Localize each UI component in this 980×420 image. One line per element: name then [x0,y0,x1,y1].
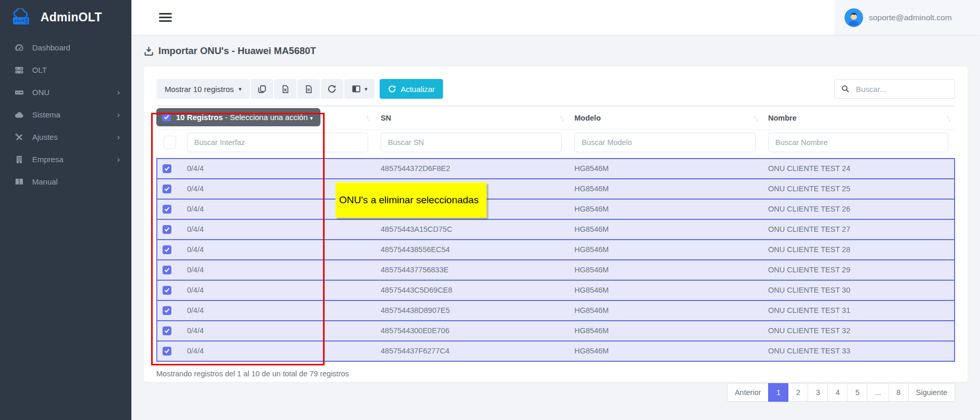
pagination-next[interactable]: Siguiente [908,383,955,402]
cell-sn: 48575443A15CD75C [374,219,568,240]
page-length-dropdown[interactable]: Mostrar 10 registros ▾ [156,79,250,99]
pagination-page-1[interactable]: 1 [768,383,788,402]
caret-down-icon: ▾ [310,115,313,121]
cell-modelo: HG8546M [568,179,762,199]
row-checkbox[interactable] [163,286,171,295]
row-checkbox[interactable] [163,326,171,335]
table-row[interactable]: 0/4/4 HG8546M ONU CLIENTE TEST 26 [157,199,955,219]
table-row[interactable]: 0/4/4 4857544372D6F8E2 HG8546M ONU CLIEN… [157,159,955,179]
table-row[interactable]: 0/4/4 HG8546M ONU CLIENTE TEST 25 [157,179,955,199]
filter-nombre-input[interactable] [768,133,948,152]
row-checkbox[interactable] [163,205,171,214]
cell-sn: 485754437F6277C4 [374,341,568,361]
select-all-checkbox[interactable] [162,113,171,122]
table-row[interactable]: 0/4/4 485754437756833E HG8546M ONU CLIEN… [157,260,955,280]
filter-sn-input[interactable] [381,133,562,152]
sidebar-item-empresa[interactable]: Empresa › [0,148,131,170]
reload-table-button[interactable] [321,79,343,99]
pagination-page-8[interactable]: 8 [889,383,909,402]
sort-icon[interactable]: ↑↓ [366,115,371,121]
cell-modelo: HG8546M [568,321,762,341]
pagination-page-3[interactable]: 3 [808,383,828,402]
chevron-right-icon: › [117,133,120,141]
table-body: 0/4/4 4857544372D6F8E2 HG8546M ONU CLIEN… [157,159,955,361]
menu-toggle-button[interactable] [159,11,172,24]
filter-modelo-input[interactable] [574,133,756,152]
sidebar-item-label: Manual [32,177,58,186]
sort-icon[interactable]: ↑↓ [560,115,565,121]
sidebar-item-olt[interactable]: OLT [0,59,131,81]
selected-count: 10 Registros [176,113,223,122]
filter-interfaz-input[interactable] [187,133,368,152]
excel-file-icon [281,85,289,94]
caret-down-icon: ▾ [238,86,241,92]
cell-nombre: ONU CLIENTE TEST 26 [762,199,955,219]
device-icon [14,87,24,98]
sort-icon[interactable]: ↑↓ [946,115,951,121]
row-checkbox[interactable] [163,266,171,274]
export-file-button[interactable] [298,79,320,99]
table-row[interactable]: 0/4/4 48575443C5D69CE8 HG8546M ONU CLIEN… [157,280,955,300]
cell-modelo: HG8546M [568,260,762,280]
cell-nombre: ONU CLIENTE TEST 25 [762,179,955,199]
header-modelo[interactable]: Modelo↑↓ [568,106,762,129]
row-checkbox[interactable] [163,225,171,234]
sidebar-item-manual[interactable]: Manual [0,170,131,193]
cell-interfaz: 0/4/4 [181,341,374,361]
cell-modelo: HG8546M [568,341,762,361]
table-row[interactable]: 0/4/4 485754438D8907E5 HG8546M ONU CLIEN… [157,300,955,321]
cell-interfaz: 0/4/4 [181,321,374,341]
cell-nombre: ONU CLIENTE TEST 28 [762,240,955,260]
row-checkbox[interactable] [163,347,171,356]
cell-nombre: ONU CLIENTE TEST 24 [762,159,955,179]
cell-nombre: ONU CLIENTE TEST 32 [762,321,955,341]
copy-button[interactable] [251,79,273,99]
cell-sn: 4857544372D6F8E2 [374,159,568,179]
pagination-page-2[interactable]: 2 [788,383,808,402]
bulk-action-dropdown[interactable]: 10 Registros - Selecciona una acción ▾ [156,108,320,126]
row-checkbox[interactable] [163,306,171,315]
header-nombre[interactable]: Nombre↑↓ [762,106,955,129]
user-menu[interactable]: soporte@adminolt.com [835,0,980,35]
sidebar-item-onu[interactable]: ONU › [0,81,131,103]
table-row[interactable]: 0/4/4 485754438556EC54 HG8546M ONU CLIEN… [157,240,955,260]
row-checkbox[interactable] [163,164,171,173]
export-excel-button[interactable] [274,79,297,99]
table-row[interactable]: 0/4/4 4857544300E0E706 HG8546M ONU CLIEN… [157,321,955,341]
onu-table: ↑↓ SN↑↓ Modelo↑↓ Nombre↑↓ [156,106,955,362]
server-stack-icon [14,65,24,75]
pagination-previous[interactable]: Anterior [727,383,769,402]
cell-interfaz: 0/4/4 [181,300,374,321]
sidebar-item-label: Empresa [32,155,63,164]
search-input[interactable] [834,79,955,99]
chevron-right-icon: › [117,110,120,119]
row-checkbox[interactable] [163,185,171,193]
table-row[interactable]: 0/4/4 48575443A15CD75C HG8546M ONU CLIEN… [157,219,955,240]
sort-icon[interactable]: ↑↓ [754,115,758,121]
brand-logo[interactable]: AdminOLT [0,0,131,35]
card-toolbar: Mostrar 10 registros ▾ [156,79,955,99]
pagination-page-5[interactable]: 5 [847,383,867,402]
app-root: AdminOLT Dashboard OLT ONU › [0,0,980,420]
cell-nombre: ONU CLIENTE TEST 27 [762,219,955,240]
pagination-page-4[interactable]: 4 [827,383,848,402]
cell-modelo: HG8546M [568,219,762,240]
column-visibility-button[interactable]: ▾ [344,79,375,99]
chevron-right-icon: › [117,88,120,97]
filter-checkbox[interactable] [164,136,176,149]
file-text-icon [304,85,313,94]
cell-modelo: HG8546M [568,280,762,300]
sidebar-item-ajustes[interactable]: Ajustes › [0,126,131,148]
cell-nombre: ONU CLIENTE TEST 33 [762,341,955,361]
columns-icon [352,84,361,94]
header-sn[interactable]: SN↑↓ [374,106,568,129]
cell-interfaz: 0/4/4 [181,260,374,280]
row-checkbox[interactable] [163,245,171,254]
download-icon [144,46,154,56]
table-row[interactable]: 0/4/4 485754437F6277C4 HG8546M ONU CLIEN… [157,341,955,361]
sidebar-item-sistema[interactable]: Sistema › [0,103,131,126]
sidebar-item-dashboard[interactable]: Dashboard [0,36,131,59]
actualizar-button[interactable]: Actualizar [380,79,443,99]
table-search [834,79,955,99]
table-card: Mostrar 10 registros ▾ [144,67,968,382]
